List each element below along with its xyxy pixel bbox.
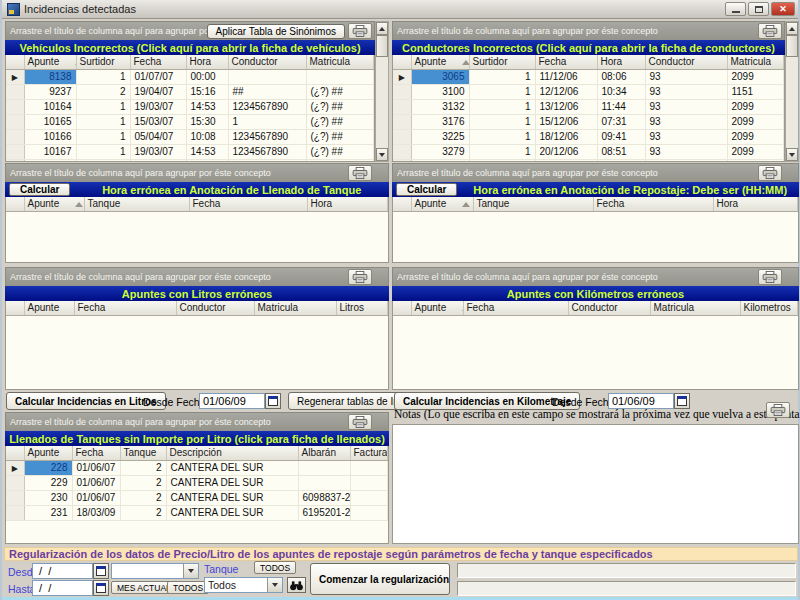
band-llenados[interactable]: Llenados de Tanques sin Importe por Litr… [5, 431, 389, 446]
cell[interactable]: 10:07 [186, 159, 228, 162]
print-icon[interactable] [348, 414, 372, 430]
cell[interactable]: 01/06/07 [72, 460, 120, 475]
cell[interactable]: 1 [469, 114, 535, 129]
cell[interactable]: (¿?) ## [306, 144, 374, 159]
cell[interactable]: 08:16 [597, 159, 645, 162]
cell[interactable]: (¿?) ## [306, 159, 374, 162]
cell[interactable]: 1234567890 [228, 144, 306, 159]
cell[interactable]: 15:30 [186, 114, 228, 129]
cell[interactable]: 2099 [727, 69, 784, 84]
cell[interactable]: 1 [469, 84, 535, 99]
cell[interactable]: 1 [76, 99, 130, 114]
cell[interactable]: 10165 [24, 114, 76, 129]
cell[interactable]: 07:31 [597, 114, 645, 129]
cell[interactable]: 93 [645, 144, 727, 159]
column-header-descripción[interactable]: Descripción [166, 446, 298, 460]
todos-fechas-button[interactable]: TODOS [167, 581, 209, 594]
cell[interactable]: 14:53 [186, 144, 228, 159]
column-header-conductor[interactable]: Conductor [176, 301, 254, 315]
cell[interactable]: 10166 [24, 129, 76, 144]
cell[interactable]: 6098837-20 [298, 490, 350, 505]
column-header-hora[interactable]: Hora [713, 197, 798, 211]
cell[interactable] [298, 475, 350, 490]
groupby-bar-kilometros[interactable]: Arrastre el título de columna aquí para … [392, 267, 799, 286]
cell[interactable]: 12/12/06 [535, 84, 597, 99]
cell[interactable]: 19/03/07 [130, 99, 186, 114]
cell[interactable]: 228 [24, 460, 72, 475]
cell[interactable] [350, 460, 388, 475]
cell[interactable]: 10:34 [597, 84, 645, 99]
column-header-fecha[interactable]: Fecha [74, 301, 176, 315]
print-icon[interactable] [348, 165, 372, 181]
cell[interactable]: 93 [645, 129, 727, 144]
column-header-conductor[interactable]: Conductor [645, 55, 727, 69]
calcular-button[interactable]: Calcular [9, 183, 70, 196]
cell[interactable]: 15/12/06 [535, 114, 597, 129]
cell[interactable]: CANTERA DEL SUR [166, 490, 298, 505]
band-conductores[interactable]: Conductores Incorrectos (Click aquí para… [392, 40, 785, 55]
cell[interactable]: 93 [645, 69, 727, 84]
column-header-hora[interactable]: Hora [307, 197, 388, 211]
column-header-apunte[interactable]: Apunte [411, 197, 473, 211]
column-header-apunte[interactable]: Apunte [24, 301, 74, 315]
column-header-fecha[interactable]: Fecha [189, 197, 307, 211]
column-header-albarán[interactable]: Albarán [298, 446, 350, 460]
buscar-button[interactable] [287, 577, 306, 593]
cell[interactable]: 2 [76, 84, 130, 99]
calcular-incidencias-litros-button[interactable]: Calcular Incidencias en Litros [6, 392, 166, 410]
period-combo[interactable] [111, 563, 199, 579]
cell[interactable]: 2099 [727, 114, 784, 129]
column-header-matricula[interactable]: Matricula [650, 301, 740, 315]
cell[interactable]: ## [228, 84, 306, 99]
close-button[interactable]: ✕ [771, 2, 795, 16]
cell[interactable]: 1 [469, 99, 535, 114]
tanque-combo[interactable]: Todos [204, 577, 283, 593]
cell[interactable]: 01/06/07 [72, 490, 120, 505]
cell[interactable]: (¿?) ## [306, 84, 374, 99]
print-icon[interactable] [348, 23, 372, 39]
column-header-tanque[interactable]: Tanque [84, 197, 189, 211]
cell[interactable]: 19/03/07 [130, 144, 186, 159]
column-header-fecha[interactable]: Fecha [463, 301, 568, 315]
cell[interactable] [350, 475, 388, 490]
column-header-matricula[interactable]: Matricula [727, 55, 784, 69]
calendar-button[interactable] [93, 580, 109, 596]
cell[interactable]: 1 [469, 129, 535, 144]
cell[interactable]: 05/04/07 [130, 129, 186, 144]
groupby-bar-hora-llenado[interactable]: Arrastre el título de columna aquí para … [5, 163, 389, 182]
cell[interactable]: 10168 [24, 159, 76, 162]
column-header-apunte[interactable]: Apunte [24, 55, 76, 69]
column-header-kilometros[interactable]: Kilometros [740, 301, 798, 315]
cell[interactable]: 3132 [411, 99, 469, 114]
band-vehiculos[interactable]: Vehículos Incorrectos (Click aquí para a… [5, 40, 375, 55]
column-header-tanque[interactable]: Tanque [473, 197, 593, 211]
cell[interactable]: 1 [469, 159, 535, 162]
scroll-up-button[interactable] [376, 22, 388, 35]
aplicar-sinonimos-button[interactable]: Aplicar Tabla de Sinónimos [207, 24, 345, 39]
cell[interactable]: 18/12/06 [535, 129, 597, 144]
cell[interactable]: 10164 [24, 99, 76, 114]
cell[interactable]: 230 [24, 490, 72, 505]
groupby-bar-conductores[interactable]: Arrastre el título de columna aquí para … [392, 21, 785, 40]
cell[interactable]: 1234567890 [228, 159, 306, 162]
cell[interactable]: 3176 [411, 114, 469, 129]
tanque-todos-button[interactable]: TODOS [254, 561, 296, 574]
cell[interactable]: 1 [76, 159, 130, 162]
scroll-down-button[interactable] [376, 148, 388, 161]
comenzar-regularizacion-button[interactable]: Comenzar la regularización [310, 563, 450, 595]
cell[interactable]: 2 [120, 460, 166, 475]
cell[interactable]: 2 [120, 505, 166, 520]
cell[interactable]: 3065 [411, 69, 469, 84]
calendar-button[interactable] [674, 393, 690, 409]
calcular-button[interactable]: Calcular [396, 183, 457, 196]
column-header-surtidor[interactable]: Surtidor [76, 55, 130, 69]
band-title-llenados[interactable]: Llenados de Tanques sin Importe por Litr… [5, 433, 389, 445]
column-header-conductor[interactable]: Conductor [568, 301, 650, 315]
scroll-up-button[interactable] [786, 22, 798, 35]
desde-fecha-litros-input[interactable] [199, 393, 265, 409]
cell[interactable]: CANTERA DEL SUR [166, 475, 298, 490]
column-header-apunte[interactable]: Apunte [411, 301, 463, 315]
print-icon[interactable] [766, 402, 790, 418]
cell[interactable]: 1234567890 [228, 99, 306, 114]
calendar-button[interactable] [265, 393, 281, 409]
